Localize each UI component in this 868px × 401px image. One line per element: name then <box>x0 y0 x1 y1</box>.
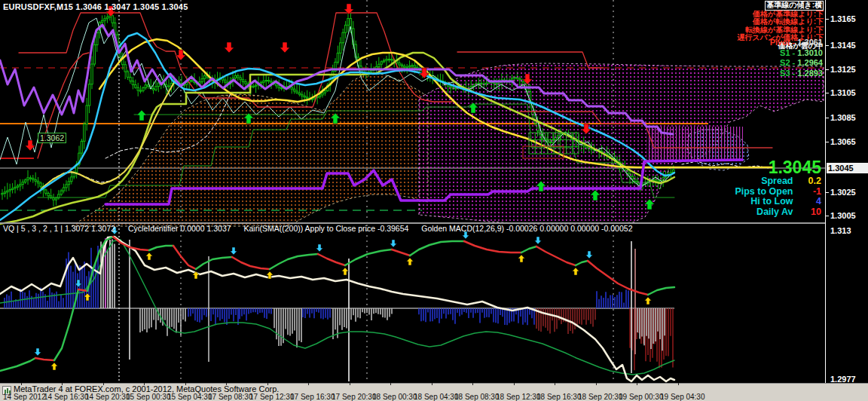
price-axis-label: 1.3125 <box>830 65 856 74</box>
pivot-row-label: S2 - <box>780 58 797 67</box>
candle-body <box>68 182 69 185</box>
candle-body <box>81 141 82 153</box>
candle-body <box>142 87 144 90</box>
time-axis-tick <box>472 383 473 385</box>
time-axis-tick <box>103 383 104 385</box>
candle-body <box>408 66 410 67</box>
vq-indicator-label: VQ | 5 , 3 , 2 , 1 | 1.3072 1.3072 <box>3 224 115 233</box>
time-axis-label: 14 Sep 16:30 <box>44 393 89 401</box>
price-axis-label: 1.3005 <box>830 211 856 220</box>
candle-body <box>240 78 241 80</box>
pivot-row: S2 - 1.2964 <box>770 58 823 69</box>
candle-body <box>66 185 67 188</box>
candle-body <box>293 89 295 91</box>
price-axis-tick <box>826 69 829 70</box>
quote-rows: Spread 0.2Pips to Open -1Hi to Low 4Dail… <box>735 176 821 217</box>
chart-layers <box>0 0 825 381</box>
time-axis-tick <box>596 383 597 385</box>
vq-segment <box>196 257 232 269</box>
quote-row-label: Daily Av <box>756 207 793 217</box>
pivot-row: Pivot - 1.3061 <box>770 38 823 48</box>
candle-body <box>45 190 47 194</box>
candle-body <box>404 66 405 68</box>
price-axis[interactable]: 1.31651.31451.31251.31051.30851.30651.30… <box>825 0 868 383</box>
candle-body <box>60 191 62 194</box>
time-axis-label: 18 Sep 16:30 <box>536 393 582 401</box>
quote-row: Spread 0.2 <box>735 176 821 187</box>
candle-body <box>301 94 303 96</box>
quote-panel: 1.3045 Spread 0.2Pips to Open -1Hi to Lo… <box>735 158 821 217</box>
pivot-row: S1 - 1.3010 <box>770 48 823 59</box>
vq-down-arrow-icon <box>316 244 323 252</box>
vq-segment <box>173 246 196 269</box>
buy-arrow-icon <box>137 110 147 121</box>
vq-up-arrow-icon <box>645 297 652 305</box>
ichimoku-legend-line: 価格が転換線より:下 <box>737 18 824 26</box>
candle-body <box>280 88 282 89</box>
vq-up-arrow-icon <box>573 268 579 275</box>
pivot-row-label: Pivot - <box>770 38 798 47</box>
time-axis-tick <box>62 383 63 385</box>
vq-segment <box>576 261 588 265</box>
candle-body <box>47 193 49 195</box>
time-axis-label: 17 Sep 20:30 <box>332 393 377 401</box>
candle-body <box>383 60 384 62</box>
quote-row-label: Spread <box>761 176 793 186</box>
time-axis-label: 17 Sep 12:30 <box>249 393 295 401</box>
time-axis-bar[interactable]: MetaTrader 4 at FOREX.com, c 2001-2012, … <box>0 383 868 401</box>
price-alert-label[interactable]: 1.3062 <box>38 133 66 143</box>
candle-body <box>411 66 413 66</box>
time-axis-label: 18 Sep 20:30 <box>578 393 623 401</box>
candle-body <box>388 60 390 60</box>
pivot-panel: Pivot - 1.3061S1 - 1.3010S2 - 1.2964S3 -… <box>770 38 823 78</box>
candle-body <box>168 86 170 87</box>
vq-down-arrow-icon <box>535 237 542 244</box>
indicator-header: VQ | 5 , 3 , 2 , 1 | 1.3072 1.3072 Cycle… <box>3 224 643 233</box>
candle-body <box>29 178 31 179</box>
candle-body <box>40 183 41 187</box>
candle-body <box>63 188 64 191</box>
time-axis-label: 17 Sep 16:30 <box>290 393 335 401</box>
candle-body <box>145 85 146 88</box>
candle-body <box>276 84 277 86</box>
price-axis-tick <box>826 45 829 46</box>
time-axis-label: 19 Sep 00:30 <box>619 393 664 401</box>
candle-body <box>35 179 36 181</box>
candle-body <box>130 77 131 81</box>
candle-body <box>112 16 113 23</box>
candle-body <box>337 53 338 62</box>
candle-body <box>104 19 105 21</box>
time-axis-tick <box>678 383 679 385</box>
time-axis-tick <box>144 383 145 385</box>
candle-body <box>391 60 393 60</box>
candle-body <box>148 85 149 87</box>
vq-segment <box>392 249 410 256</box>
candle-body <box>263 81 264 82</box>
quote-row-value: 10 <box>796 207 821 218</box>
macd-label: Golden MACD(12,26,9) -0.00026 0.00000 0.… <box>421 224 632 233</box>
vq-up-arrow-icon <box>518 255 525 262</box>
vq-segment <box>232 257 270 269</box>
price-axis-tick <box>826 19 829 20</box>
pivot-row-label: S1 - <box>780 48 797 57</box>
price-axis-label: 1.3105 <box>830 88 856 97</box>
pivot-row-value: 1.2964 <box>797 58 823 67</box>
quote-row: Pips to Open -1 <box>735 187 821 197</box>
candle-body <box>17 186 18 188</box>
time-axis-tick <box>21 383 22 385</box>
candle-body <box>155 87 157 90</box>
candle-body <box>132 81 133 85</box>
candle-body <box>381 62 382 64</box>
candle-body <box>242 80 243 82</box>
candle-body <box>340 43 341 54</box>
candle-body <box>386 60 387 61</box>
time-axis-label: 14 Sep 2012 <box>3 393 46 401</box>
vq-segment <box>648 287 674 295</box>
candle-body <box>401 65 402 66</box>
vq-up-arrow-icon <box>51 363 58 370</box>
candle-body <box>203 75 205 78</box>
candle-body <box>296 91 298 93</box>
candle-body <box>344 25 346 32</box>
candle-body <box>137 87 139 90</box>
quote-row-label: Pips to Open <box>735 186 793 197</box>
